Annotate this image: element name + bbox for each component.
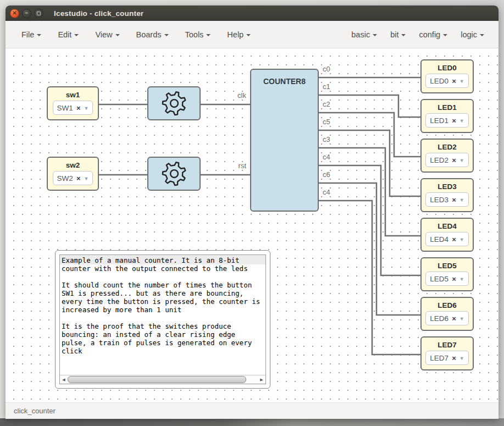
chevron-down-icon [164, 34, 169, 36]
chevron-down-icon [74, 34, 79, 36]
led3-select[interactable]: LED3 × ▼ [425, 192, 468, 207]
led5-select-value: LED5 [430, 275, 448, 283]
menu-tools[interactable]: Tools [177, 26, 219, 43]
window-titlebar[interactable]: ✕ − Icestudio - click_counter [5, 5, 499, 21]
close-icon[interactable]: ✕ [10, 9, 19, 18]
menu-logic[interactable]: logic [454, 26, 491, 43]
minimize-icon[interactable]: − [22, 9, 31, 18]
block-led4-title: LED4 [437, 222, 457, 230]
block-led7-title: LED7 [437, 341, 457, 349]
port-label-c4: c4 [323, 153, 330, 162]
menu-bit-label: bit [390, 30, 398, 39]
block-debounce-2[interactable] [147, 157, 201, 191]
remove-icon[interactable]: × [452, 235, 456, 244]
remove-icon[interactable]: × [76, 104, 81, 112]
port-label-rst: rst [224, 162, 246, 170]
sw1-select[interactable]: SW1 × ▼ [53, 101, 93, 115]
block-led6[interactable]: LED6 LED6 × ▼ [420, 297, 474, 331]
led4-select[interactable]: LED4 × ▼ [425, 232, 468, 246]
chevron-down-icon[interactable]: ▼ [84, 106, 88, 111]
block-led1[interactable]: LED1 LED1 × ▼ [420, 99, 474, 133]
remove-icon[interactable]: × [452, 275, 456, 283]
chevron-down-icon[interactable]: ▼ [84, 176, 88, 181]
menu-boards[interactable]: Boards [128, 26, 177, 43]
block-led7[interactable]: LED7 LED7 × ▼ [420, 336, 474, 370]
port-label-c3: c3 [323, 135, 330, 144]
menubar: File Edit View Boards Tools Help basic b… [5, 21, 499, 48]
icestudio-window: ✕ − Icestudio - click_counter File Edit … [5, 5, 499, 419]
led7-select[interactable]: LED7 × ▼ [425, 351, 468, 365]
led6-select-value: LED6 [430, 314, 448, 323]
led0-select-value: LED0 [430, 77, 448, 85]
remove-icon[interactable]: × [452, 196, 456, 204]
block-led2-title: LED2 [437, 143, 457, 151]
remove-icon[interactable]: × [452, 156, 456, 164]
chevron-down-icon [206, 34, 211, 36]
remove-icon[interactable]: × [452, 354, 456, 362]
menu-file-label: File [21, 30, 34, 39]
chevron-down-icon[interactable]: ▼ [459, 316, 464, 322]
port-label-c6: c6 [323, 170, 330, 179]
menu-file[interactable]: File [13, 26, 49, 43]
menu-view[interactable]: View [87, 26, 128, 43]
led2-select[interactable]: LED2 × ▼ [425, 153, 468, 167]
schematic-canvas[interactable]: sw1 SW1 × ▼ sw2 SW2 × ▼ [5, 48, 499, 402]
statusbar: click_counter [5, 402, 499, 419]
led0-select[interactable]: LED0 × ▼ [425, 74, 468, 88]
block-led4[interactable]: LED4 LED4 × ▼ [420, 218, 474, 252]
remove-icon[interactable]: × [452, 77, 456, 85]
menu-help[interactable]: Help [219, 26, 259, 43]
comment-block[interactable]: Example of a manual counter. It is an 8-… [55, 250, 270, 389]
block-led0[interactable]: LED0 LED0 × ▼ [420, 59, 474, 93]
led4-select-value: LED4 [430, 235, 448, 244]
led7-select-value: LED7 [430, 354, 448, 362]
menu-logic-label: logic [461, 30, 477, 39]
chevron-down-icon[interactable]: ▼ [459, 118, 464, 124]
chevron-down-icon[interactable]: ▼ [459, 237, 464, 242]
comment-hscrollbar[interactable]: ◀ ▶ [60, 375, 265, 384]
block-led5[interactable]: LED5 LED5 × ▼ [420, 257, 474, 291]
menu-view-label: View [95, 30, 112, 39]
menu-basic[interactable]: basic [345, 26, 384, 43]
wire-c1-led1 [319, 95, 420, 117]
menu-basic-label: basic [351, 30, 370, 39]
scroll-right-icon[interactable]: ▶ [258, 375, 265, 384]
remove-icon[interactable]: × [452, 117, 456, 125]
gear-icon [160, 89, 189, 118]
remove-icon[interactable]: × [76, 174, 81, 182]
scrollbar-thumb[interactable] [68, 376, 246, 383]
scrollbar-track[interactable] [68, 376, 258, 383]
chevron-down-icon [246, 34, 251, 36]
port-label-clk: clk [224, 91, 246, 100]
window-title: Icestudio - click_counter [54, 9, 143, 18]
menu-bit[interactable]: bit [384, 26, 412, 43]
block-sw2[interactable]: sw2 SW2 × ▼ [47, 157, 99, 191]
led2-select-value: LED2 [430, 156, 448, 164]
block-counter8[interactable]: COUNTER8 [250, 69, 319, 212]
led5-select[interactable]: LED5 × ▼ [425, 272, 468, 286]
led6-select[interactable]: LED6 × ▼ [425, 311, 468, 325]
chevron-down-icon[interactable]: ▼ [459, 356, 464, 361]
menu-edit[interactable]: Edit [49, 26, 87, 43]
block-led2[interactable]: LED2 LED2 × ▼ [420, 139, 474, 173]
maximize-icon[interactable] [34, 9, 43, 18]
chevron-down-icon [480, 34, 484, 36]
chevron-down-icon[interactable]: ▼ [459, 276, 464, 282]
block-sw1[interactable]: sw1 SW1 × ▼ [47, 86, 99, 120]
block-led3-title: LED3 [437, 182, 457, 191]
led1-select[interactable]: LED1 × ▼ [425, 113, 468, 128]
menu-config[interactable]: config [412, 26, 454, 43]
chevron-down-icon[interactable]: ▼ [459, 158, 464, 163]
remove-icon[interactable]: × [452, 314, 456, 323]
chevron-down-icon[interactable]: ▼ [459, 79, 464, 84]
led3-select-value: LED3 [430, 196, 448, 204]
sw1-select-value: SW1 [57, 104, 73, 112]
scroll-left-icon[interactable]: ◀ [60, 375, 68, 384]
block-led3[interactable]: LED3 LED3 × ▼ [420, 178, 474, 212]
comment-text[interactable]: Example of a manual counter. It is an 8-… [60, 255, 265, 375]
chevron-down-icon[interactable]: ▼ [459, 197, 464, 203]
wire-c3-led4 [319, 148, 420, 236]
menu-boards-label: Boards [136, 30, 162, 39]
block-debounce-1[interactable] [147, 86, 201, 120]
sw2-select[interactable]: SW2 × ▼ [53, 171, 93, 185]
